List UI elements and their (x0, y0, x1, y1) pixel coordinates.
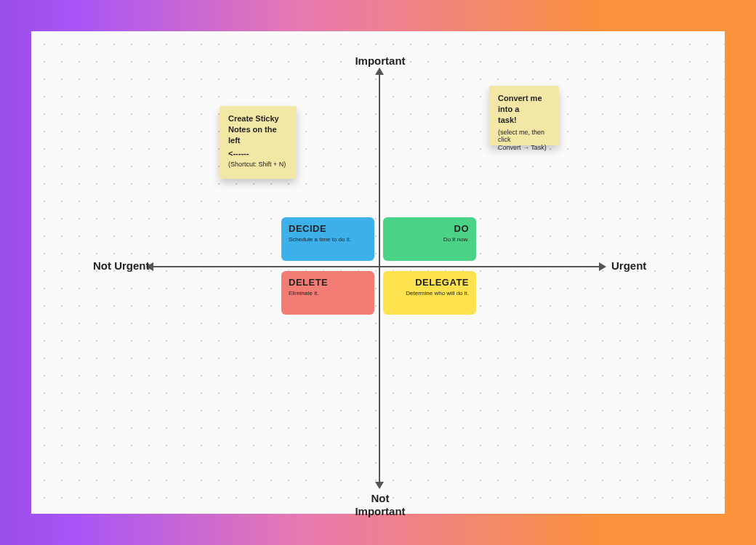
sticky-note-arrow-text: <------ (228, 149, 288, 158)
eisenhower-canvas[interactable]: Important Not Important Urgent Not Urgen… (31, 31, 725, 514)
axis-vertical (379, 71, 380, 485)
arrow-right-icon (599, 262, 606, 271)
sticky-note-convert[interactable]: Convert me into a task! (select me, then… (489, 86, 559, 145)
sticky-note-shortcut: (Shortcut: Shift + N) (228, 161, 288, 168)
axis-label-important-word: Important (355, 505, 405, 517)
quadrant-do-sub: Do it now. (390, 236, 469, 243)
sticky-note-body: (select me, then click (498, 129, 550, 143)
sticky-note-instruction[interactable]: Create Sticky Notes on the left <------ … (220, 106, 297, 179)
axis-horizontal (150, 266, 603, 267)
sticky-note-line: task! (498, 115, 550, 126)
sticky-note-body: Convert → Task) (498, 144, 550, 151)
axis-label-not-important: Not Important (344, 492, 417, 518)
quadrant-delegate[interactable]: DELEGATE Determine who will do it. (383, 271, 476, 315)
arrow-up-icon (375, 68, 384, 75)
sticky-note-line: Create Sticky (228, 113, 288, 124)
quadrant-do-title: DO (390, 223, 469, 234)
sticky-note-line: Convert me into a (498, 93, 550, 115)
axis-label-not-urgent: Not Urgent (93, 259, 150, 272)
quadrant-delegate-sub: Determine who will do it. (390, 290, 469, 296)
axis-label-not: Not (371, 492, 390, 504)
sticky-note-line: Notes on the left (228, 124, 288, 146)
arrow-down-icon (375, 482, 384, 489)
quadrant-decide[interactable]: DECIDE Schedule a time to do it. (281, 217, 374, 261)
quadrant-decide-title: DECIDE (289, 223, 367, 234)
axis-label-important: Important (344, 54, 417, 67)
quadrant-decide-sub: Schedule a time to do it. (289, 236, 367, 243)
quadrant-delete-sub: Eliminate it. (289, 290, 367, 296)
quadrant-delete-title: DELETE (289, 277, 367, 288)
quadrant-do[interactable]: DO Do it now. (383, 217, 476, 261)
quadrant-delegate-title: DELEGATE (390, 277, 469, 288)
axis-label-urgent: Urgent (611, 259, 646, 272)
quadrant-delete[interactable]: DELETE Eliminate it. (281, 271, 374, 315)
